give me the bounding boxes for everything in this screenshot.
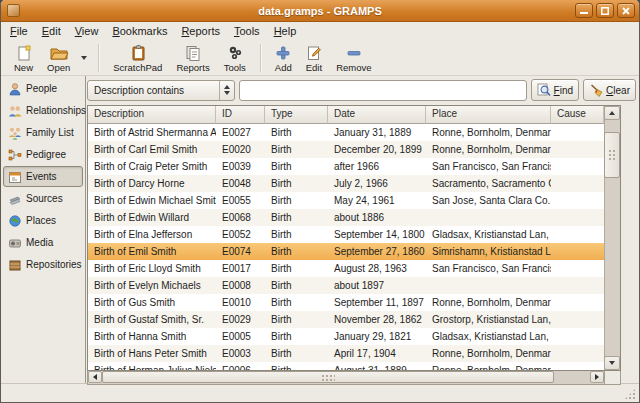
cell: Sacramento, Sacramento C... xyxy=(426,175,551,192)
filter-field-select[interactable]: Description contains xyxy=(87,80,235,101)
tools-button[interactable]: Tools xyxy=(217,41,253,75)
cell xyxy=(551,175,604,192)
scratchpad-button[interactable]: ScratchPad xyxy=(106,41,169,75)
column-header-cause[interactable]: Cause xyxy=(551,106,604,124)
sidebar-item-family-list[interactable]: Family List xyxy=(3,122,83,143)
maximize-button[interactable] xyxy=(596,3,614,18)
sidebar-item-events[interactable]: Events xyxy=(3,166,83,187)
column-header-place[interactable]: Place xyxy=(426,106,551,124)
reports-button[interactable]: Reports xyxy=(169,41,216,75)
cell: January 29, 1821 xyxy=(328,328,426,345)
gramps-window: data.gramps - GRAMPS FileEditViewBookmar… xyxy=(0,0,640,403)
sidebar-item-places[interactable]: Places xyxy=(3,210,83,231)
cell: Ronne, Bornholm, Denmark xyxy=(426,294,551,311)
cell xyxy=(551,311,604,328)
cell: September 14, 1800 xyxy=(328,226,426,243)
cell: Birth xyxy=(265,175,328,192)
horizontal-scrollbar-thumb[interactable] xyxy=(102,371,554,383)
menu-item-tools[interactable]: Tools xyxy=(227,24,267,39)
search-icon xyxy=(537,83,552,98)
open-button[interactable]: Open xyxy=(40,41,77,75)
table-row[interactable]: Birth of Carl Emil SmithE0020BirthDecemb… xyxy=(88,141,604,158)
table-row[interactable]: Birth of Evelyn MichaelsE0008Birthabout … xyxy=(88,277,604,294)
table-row[interactable]: Birth of Elna JeffersonE0052BirthSeptemb… xyxy=(88,226,604,243)
table-row[interactable]: Birth of Edwin Michael SmithE0055BirthMa… xyxy=(88,192,604,209)
open-dropdown-button[interactable] xyxy=(77,41,91,75)
sidebar-item-media[interactable]: Media xyxy=(3,232,83,253)
table-row[interactable]: Birth of Eric Lloyd SmithE0017BirthAugus… xyxy=(88,260,604,277)
edit-button[interactable]: Edit xyxy=(299,41,329,75)
menu-item-help[interactable]: Help xyxy=(267,24,304,39)
cell xyxy=(551,124,604,141)
column-header-date[interactable]: Date xyxy=(328,106,426,124)
titlebar[interactable]: data.gramps - GRAMPS xyxy=(1,0,639,22)
filter-bar: Description contains Find Clear xyxy=(87,78,636,102)
cell: Birth of Elna Jefferson xyxy=(88,226,216,243)
column-header-description[interactable]: Description xyxy=(88,106,216,124)
sidebar-item-relationships[interactable]: Relationships xyxy=(3,100,83,121)
table-row[interactable]: Birth of Gus SmithE0010BirthSeptember 11… xyxy=(88,294,604,311)
cell: Birth xyxy=(265,328,328,345)
sidebar-item-pedigree[interactable]: Pedigree xyxy=(3,144,83,165)
table-row[interactable]: Birth of Hans Peter SmithE0003BirthApril… xyxy=(88,345,604,362)
new-document-icon xyxy=(15,43,33,62)
sidebar-item-sources[interactable]: Sources xyxy=(3,188,83,209)
cell: May 24, 1961 xyxy=(328,192,426,209)
column-header-id[interactable]: ID xyxy=(216,106,265,124)
menu-item-view[interactable]: View xyxy=(68,24,106,39)
cell: September 11, 1897 xyxy=(328,294,426,311)
cell: Birth xyxy=(265,243,328,260)
new-button[interactable]: New xyxy=(7,41,40,75)
cell xyxy=(551,141,604,158)
clear-button[interactable]: Clear xyxy=(583,79,636,101)
spinner-icon[interactable] xyxy=(219,81,234,100)
menu-item-reports[interactable]: Reports xyxy=(174,24,227,39)
scroll-up-button[interactable] xyxy=(604,106,620,120)
table-row[interactable]: Birth of Emil SmithE0074BirthSeptember 2… xyxy=(88,243,604,260)
close-button[interactable] xyxy=(617,3,635,18)
table-row[interactable]: Birth of Hanna SmithE0005BirthJanuary 29… xyxy=(88,328,604,345)
resize-grip-icon[interactable] xyxy=(624,388,636,400)
cell xyxy=(551,158,604,175)
menu-item-edit[interactable]: Edit xyxy=(35,24,68,39)
cell: Birth of Hanna Smith xyxy=(88,328,216,345)
table-row[interactable]: Birth of Astrid Shermanna A...E0027Birth… xyxy=(88,124,604,141)
sidebar-item-people[interactable]: People xyxy=(3,78,83,99)
cell: Birth of Evelyn Michaels xyxy=(88,277,216,294)
table-row[interactable]: Birth of Darcy HorneE0048BirthJuly 2, 19… xyxy=(88,175,604,192)
vertical-scrollbar-thumb[interactable] xyxy=(604,132,620,178)
open-folder-icon xyxy=(49,43,69,62)
remove-button[interactable]: Remove xyxy=(329,41,378,75)
sidebar-item-repositories[interactable]: Repositories xyxy=(3,254,83,275)
table-row[interactable]: Birth of Craig Peter SmithE0039Birthafte… xyxy=(88,158,604,175)
cell: December 20, 1899 xyxy=(328,141,426,158)
cell: E0008 xyxy=(216,277,265,294)
minimize-button[interactable] xyxy=(575,3,593,18)
search-input[interactable] xyxy=(239,80,527,101)
menu-item-file[interactable]: File xyxy=(3,24,35,39)
table-row[interactable]: Birth of Gustaf Smith, Sr.E0029BirthNove… xyxy=(88,311,604,328)
table-row[interactable]: Birth of Herman Julius NielsenE0006Birth… xyxy=(88,362,604,370)
cell: Birth of Gus Smith xyxy=(88,294,216,311)
cell: Ronne, Bornholm, Denmark xyxy=(426,124,551,141)
menubar: FileEditViewBookmarksReportsToolsHelp xyxy=(1,22,639,40)
cell xyxy=(426,277,551,294)
column-header-type[interactable]: Type xyxy=(265,106,328,124)
horizontal-scrollbar[interactable] xyxy=(87,371,605,385)
scroll-right-button[interactable] xyxy=(590,371,604,383)
scroll-left-button[interactable] xyxy=(88,371,102,383)
cell: E0017 xyxy=(216,260,265,277)
find-button[interactable]: Find xyxy=(531,79,579,101)
events-calendar-icon xyxy=(8,170,22,184)
add-button[interactable]: Add xyxy=(268,41,299,75)
cell: September 27, 1860 xyxy=(328,243,426,260)
vertical-scrollbar[interactable] xyxy=(604,106,620,370)
scroll-down-button[interactable] xyxy=(604,356,620,370)
cell: November 28, 1862 xyxy=(328,311,426,328)
cell: Birth xyxy=(265,311,328,328)
menu-item-bookmarks[interactable]: Bookmarks xyxy=(105,24,174,39)
cell xyxy=(551,192,604,209)
table-row[interactable]: Birth of Edwin WillardE0068Birthabout 18… xyxy=(88,209,604,226)
cell: Birth xyxy=(265,209,328,226)
cell: E0027 xyxy=(216,124,265,141)
